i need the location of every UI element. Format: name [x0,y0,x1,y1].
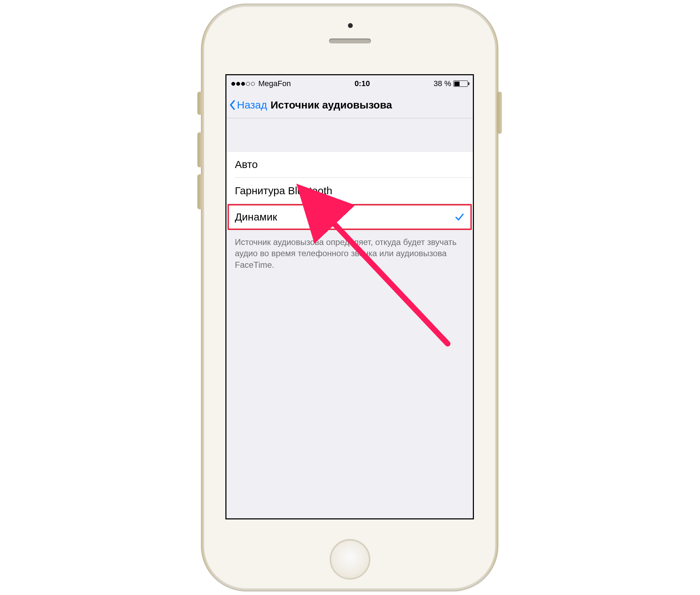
mute-switch [197,92,202,115]
option-bluetooth-headset[interactable]: Гарнитура Bluetooth [235,177,473,204]
option-auto[interactable]: Авто [226,152,473,177]
option-label: Гарнитура Bluetooth [235,185,332,197]
checkmark-icon [455,212,464,222]
screen: MegaFon 0:10 38 % Назад Источник аудиовы… [225,74,474,519]
option-label: Авто [235,159,258,170]
chevron-left-icon [229,99,236,111]
volume-up-button [197,132,202,167]
carrier-label: MegaFon [258,79,291,88]
option-speaker[interactable]: Динамик [226,204,473,230]
options-list: Авто Гарнитура Bluetooth Динамик [226,151,473,230]
battery-icon [453,80,468,87]
home-button[interactable] [330,539,370,580]
navigation-bar: Назад Источник аудиовызова [226,92,473,118]
front-camera [348,23,353,28]
back-button[interactable]: Назад [226,99,267,111]
power-button [497,92,502,134]
earpiece-speaker [329,38,371,43]
signal-strength-icon [231,82,255,86]
back-label: Назад [237,99,267,111]
battery-percentage: 38 % [434,79,451,88]
page-title: Источник аудиовызова [271,99,392,111]
status-bar: MegaFon 0:10 38 % [226,75,473,92]
status-time: 0:10 [355,79,370,88]
section-footer-text: Источник аудиовызова определяет, откуда … [226,230,473,271]
volume-down-button [197,174,202,209]
option-label: Динамик [235,211,277,223]
